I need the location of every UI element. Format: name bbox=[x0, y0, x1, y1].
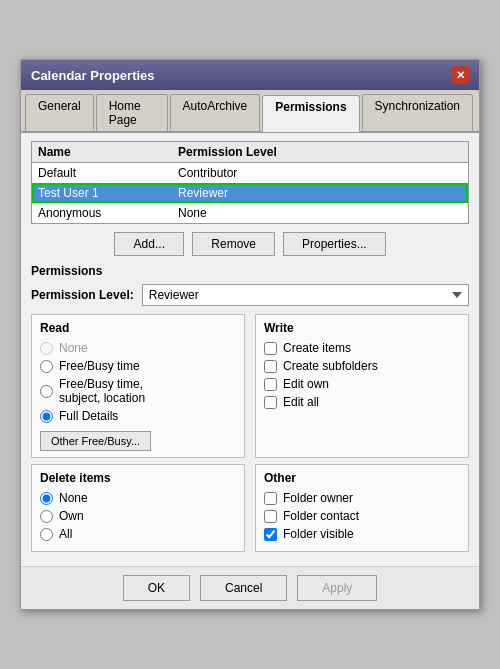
create-items-label: Create items bbox=[283, 341, 351, 355]
folder-contact-checkbox[interactable] bbox=[264, 510, 277, 523]
properties-button[interactable]: Properties... bbox=[283, 232, 386, 256]
col-name-header: Name bbox=[38, 145, 178, 159]
delete-none-option: None bbox=[40, 491, 236, 505]
permission-level-row: Permission Level: Reviewer bbox=[31, 284, 469, 306]
delete-own-option: Own bbox=[40, 509, 236, 523]
read-freebusy-label: Free/Busy time bbox=[59, 359, 140, 373]
read-box: Read None Free/Busy time Free/Busy time,… bbox=[31, 314, 245, 458]
read-box-title: Read bbox=[40, 321, 236, 335]
permission-level-select[interactable]: Reviewer bbox=[142, 284, 469, 306]
close-button[interactable]: ✕ bbox=[451, 66, 469, 84]
user-permissions-table: Name Permission Level Default Contributo… bbox=[31, 141, 469, 224]
apply-button[interactable]: Apply bbox=[297, 575, 377, 601]
tab-synchronization[interactable]: Synchronization bbox=[362, 94, 473, 131]
delete-box-title: Delete items bbox=[40, 471, 236, 485]
action-buttons: Add... Remove Properties... bbox=[31, 232, 469, 256]
edit-all-label: Edit all bbox=[283, 395, 319, 409]
delete-other-row: Delete items None Own All Other bbox=[31, 464, 469, 552]
table-row[interactable]: Default Contributor bbox=[32, 163, 468, 183]
read-none-radio[interactable] bbox=[40, 342, 53, 355]
table-row-selected[interactable]: Test User 1 Reviewer bbox=[32, 183, 468, 203]
read-fulldetails-label: Full Details bbox=[59, 409, 118, 423]
delete-box: Delete items None Own All bbox=[31, 464, 245, 552]
tab-homepage[interactable]: Home Page bbox=[96, 94, 168, 131]
create-items-checkbox[interactable] bbox=[264, 342, 277, 355]
folder-visible-checkbox[interactable] bbox=[264, 528, 277, 541]
read-write-row: Read None Free/Busy time Free/Busy time,… bbox=[31, 314, 469, 458]
table-header: Name Permission Level bbox=[32, 142, 468, 163]
read-freebusy-radio[interactable] bbox=[40, 360, 53, 373]
write-create-items: Create items bbox=[264, 341, 460, 355]
other-box-title: Other bbox=[264, 471, 460, 485]
tab-general[interactable]: General bbox=[25, 94, 94, 131]
delete-none-radio[interactable] bbox=[40, 492, 53, 505]
delete-own-label: Own bbox=[59, 509, 84, 523]
ok-button[interactable]: OK bbox=[123, 575, 190, 601]
write-edit-own: Edit own bbox=[264, 377, 460, 391]
read-freebusydetails-radio[interactable] bbox=[40, 385, 53, 398]
perm-level-label: Permission Level: bbox=[31, 288, 134, 302]
tab-content: Name Permission Level Default Contributo… bbox=[21, 133, 479, 566]
read-none-label: None bbox=[59, 341, 88, 355]
delete-none-label: None bbox=[59, 491, 88, 505]
read-freebusy-option: Free/Busy time bbox=[40, 359, 236, 373]
write-edit-all: Edit all bbox=[264, 395, 460, 409]
folder-owner-label: Folder owner bbox=[283, 491, 353, 505]
delete-all-radio[interactable] bbox=[40, 528, 53, 541]
write-box-title: Write bbox=[264, 321, 460, 335]
write-box: Write Create items Create subfolders Edi… bbox=[255, 314, 469, 458]
folder-visible-label: Folder visible bbox=[283, 527, 354, 541]
permissions-section-label: Permissions bbox=[31, 264, 469, 278]
read-none-option: None bbox=[40, 341, 236, 355]
read-fulldetails-option: Full Details bbox=[40, 409, 236, 423]
edit-own-label: Edit own bbox=[283, 377, 329, 391]
tab-autoarchive[interactable]: AutoArchive bbox=[170, 94, 261, 131]
dialog-title: Calendar Properties bbox=[31, 68, 155, 83]
folder-contact-label: Folder contact bbox=[283, 509, 359, 523]
other-freebusy-button[interactable]: Other Free/Busy... bbox=[40, 431, 151, 451]
other-box: Other Folder owner Folder contact Folder… bbox=[255, 464, 469, 552]
dialog-window: Calendar Properties ✕ General Home Page … bbox=[20, 59, 480, 610]
footer-buttons: OK Cancel Apply bbox=[21, 566, 479, 609]
edit-own-checkbox[interactable] bbox=[264, 378, 277, 391]
delete-all-option: All bbox=[40, 527, 236, 541]
read-fulldetails-radio[interactable] bbox=[40, 410, 53, 423]
other-folder-visible: Folder visible bbox=[264, 527, 460, 541]
table-row[interactable]: Anonymous None bbox=[32, 203, 468, 223]
read-freebusydetails-option: Free/Busy time,subject, location bbox=[40, 377, 236, 405]
tab-bar: General Home Page AutoArchive Permission… bbox=[21, 90, 479, 133]
create-subfolders-label: Create subfolders bbox=[283, 359, 378, 373]
create-subfolders-checkbox[interactable] bbox=[264, 360, 277, 373]
col-perm-header: Permission Level bbox=[178, 145, 462, 159]
other-folder-contact: Folder contact bbox=[264, 509, 460, 523]
delete-all-label: All bbox=[59, 527, 72, 541]
cancel-button[interactable]: Cancel bbox=[200, 575, 287, 601]
read-freebusydetails-label: Free/Busy time,subject, location bbox=[59, 377, 145, 405]
title-bar: Calendar Properties ✕ bbox=[21, 60, 479, 90]
delete-own-radio[interactable] bbox=[40, 510, 53, 523]
write-create-subfolders: Create subfolders bbox=[264, 359, 460, 373]
folder-owner-checkbox[interactable] bbox=[264, 492, 277, 505]
add-button[interactable]: Add... bbox=[114, 232, 184, 256]
edit-all-checkbox[interactable] bbox=[264, 396, 277, 409]
tab-permissions[interactable]: Permissions bbox=[262, 95, 359, 132]
remove-button[interactable]: Remove bbox=[192, 232, 275, 256]
other-folder-owner: Folder owner bbox=[264, 491, 460, 505]
